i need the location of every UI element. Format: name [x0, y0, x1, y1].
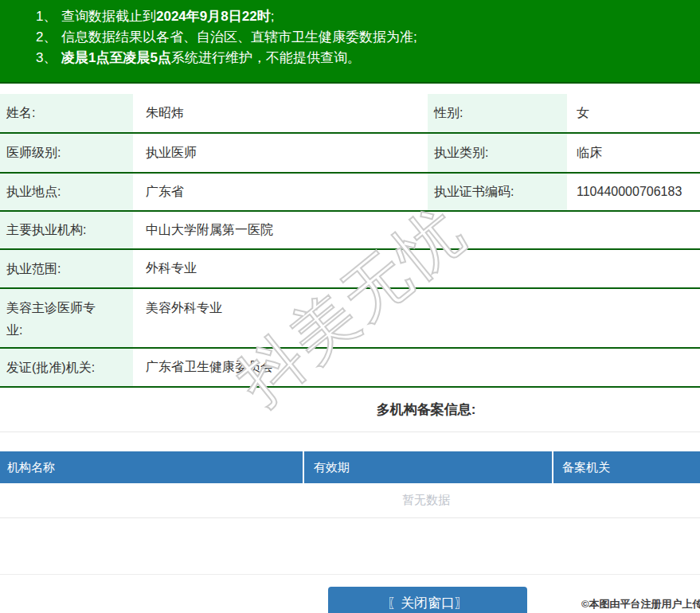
filing-column-header: 机构名称	[0, 451, 303, 483]
notice-text: 2024年9月8日22时	[156, 9, 271, 24]
filing-empty-row: 暂无数据	[0, 483, 700, 518]
filing-column-header: 备案机关	[552, 451, 700, 483]
filing-table-header: 机构名称有效期备案机关	[0, 451, 700, 483]
field-label: 姓名:	[0, 94, 133, 132]
field-label-text: 主要执业机构:	[6, 219, 86, 241]
info-row: 姓名:朱昭炜性别:女	[0, 94, 700, 134]
field-label-text: 美容主诊医师专业:	[6, 297, 100, 342]
field-label: 医师级别:	[0, 134, 133, 172]
info-row: 美容主诊医师专业:美容外科专业	[0, 289, 700, 349]
field-value: 中山大学附属第一医院	[133, 212, 700, 248]
divider	[0, 574, 700, 575]
field-label-text: 执业范围:	[6, 258, 61, 280]
notice-text: 凌晨1点至凌晨5点	[61, 50, 171, 65]
field-label: 主要执业机构:	[0, 212, 133, 248]
field-label-text: 发证(批准)机关:	[6, 357, 95, 379]
notice-line: 3、凌晨1点至凌晨5点系统进行维护，不能提供查询。	[36, 48, 700, 68]
field-label-text: 性别:	[434, 102, 463, 124]
field-value: 执业医师	[133, 134, 428, 172]
field-label-text: 姓名:	[6, 102, 35, 124]
field-label: 执业范围:	[0, 250, 133, 287]
field-label: 执业类别:	[428, 134, 567, 172]
info-row: 主要执业机构:中山大学附属第一医院	[0, 212, 700, 250]
notice-text: 信息数据结果以各省、自治区、直辖市卫生健康委数据为准;	[61, 29, 417, 45]
field-label-text: 执业证书编码:	[434, 181, 514, 203]
field-value: 110440000706183	[567, 174, 700, 210]
info-row: 执业范围:外科专业	[0, 250, 700, 289]
field-value: 广东省卫生健康委员会	[133, 349, 700, 386]
notice-text: 系统进行维护，不能提供查询。	[171, 50, 361, 65]
notice-line: 2、信息数据结果以各省、自治区、直辖市卫生健康委数据为准;	[36, 27, 700, 48]
field-label: 美容主诊医师专业:	[0, 289, 133, 347]
field-value: 临床	[567, 134, 700, 172]
notice-number: 2、	[36, 27, 61, 48]
close-window-button[interactable]: 〖关闭窗口〗	[328, 587, 527, 613]
notice-number: 1、	[36, 6, 61, 27]
uploader-stamp-watermark: ©本图由平台注册用户上传	[581, 597, 700, 611]
divider	[0, 431, 700, 432]
filing-column-header: 有效期	[303, 451, 552, 483]
notice-text: 查询数据截止到	[61, 9, 156, 24]
field-value: 美容外科专业	[133, 289, 700, 347]
field-value: 广东省	[133, 174, 428, 210]
field-label-text: 医师级别:	[6, 142, 61, 164]
field-label-text: 执业地点:	[6, 181, 61, 203]
practitioner-info-table: 姓名:朱昭炜性别:女医师级别:执业医师执业类别:临床执业地点:广东省执业证书编码…	[0, 94, 700, 388]
field-label: 执业证书编码:	[428, 174, 567, 210]
notice-number: 3、	[36, 48, 61, 68]
notice-line: 1、查询数据截止到2024年9月8日22时;	[36, 6, 700, 27]
multi-institution-filing-heading: 多机构备案信息:	[0, 400, 700, 419]
practitioner-license-query-result-page: 1、查询数据截止到2024年9月8日22时;2、信息数据结果以各省、自治区、直辖…	[0, 0, 700, 613]
field-value: 外科专业	[133, 250, 700, 287]
field-value: 女	[567, 94, 700, 132]
info-row: 医师级别:执业医师执业类别:临床	[0, 134, 700, 174]
notice-text: ;	[271, 9, 275, 24]
info-row: 发证(批准)机关:广东省卫生健康委员会	[0, 349, 700, 388]
field-label: 执业地点:	[0, 174, 133, 210]
field-label: 发证(批准)机关:	[0, 349, 133, 386]
no-data-text: 暂无数据	[402, 493, 450, 508]
notice-banner: 1、查询数据截止到2024年9月8日22时;2、信息数据结果以各省、自治区、直辖…	[0, 0, 700, 84]
info-row: 执业地点:广东省执业证书编码:110440000706183	[0, 174, 700, 212]
field-value: 朱昭炜	[133, 94, 428, 132]
field-label-text: 执业类别:	[434, 142, 488, 164]
field-label: 性别:	[428, 94, 567, 132]
